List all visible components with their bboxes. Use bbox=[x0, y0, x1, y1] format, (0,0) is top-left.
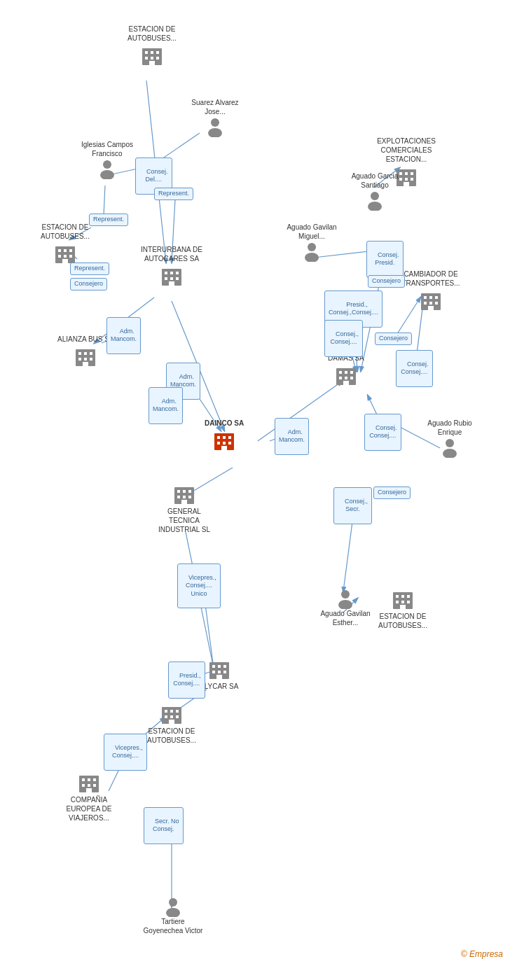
svg-rect-40 bbox=[156, 57, 159, 59]
person-icon bbox=[335, 588, 356, 609]
node-label: EXPLOTACIONES COMERCIALES ESTACION... bbox=[375, 136, 438, 164]
svg-point-117 bbox=[338, 600, 352, 609]
person-icon bbox=[364, 190, 385, 211]
node-label: ESTACION DE AUTOBUSES... bbox=[120, 24, 184, 43]
node-label: GENERAL TECNICA INDUSTRIAL SL bbox=[153, 507, 216, 534]
svg-rect-103 bbox=[223, 442, 226, 444]
relation-represent3[interactable]: Represent. bbox=[70, 262, 109, 275]
svg-point-106 bbox=[446, 439, 454, 447]
relation-consejero2[interactable]: Consejero bbox=[368, 275, 405, 288]
relation-adm-mancom1[interactable]: Adm. Mancom. bbox=[106, 317, 141, 354]
svg-rect-128 bbox=[218, 665, 221, 668]
relation-consejero1[interactable]: Consejero bbox=[70, 278, 107, 290]
relation-consejero4[interactable]: Consejero bbox=[373, 486, 411, 499]
node-compania-europea[interactable]: COMPAÑIA EUROPEA DE VIAJEROS... bbox=[57, 770, 120, 822]
building-icon bbox=[333, 363, 359, 388]
relation-consejero3[interactable]: Consejero bbox=[375, 332, 412, 345]
building-icon bbox=[207, 657, 232, 682]
svg-rect-69 bbox=[170, 277, 173, 280]
node-tartiere[interactable]: Tartiere Goyenechea Victor bbox=[142, 896, 205, 935]
relation-presid-consej2[interactable]: Presid., Consej.... bbox=[168, 662, 205, 699]
svg-rect-65 bbox=[165, 272, 167, 274]
svg-rect-88 bbox=[90, 358, 92, 360]
svg-rect-89 bbox=[83, 362, 88, 366]
svg-rect-60 bbox=[58, 255, 61, 258]
node-dainco-sa[interactable]: DAINCO SA bbox=[205, 419, 244, 453]
svg-rect-119 bbox=[396, 595, 399, 598]
relation-consej-consej[interactable]: Consej., Consej.... bbox=[324, 320, 363, 357]
node-interurbana[interactable]: INTERURBANA DE AUTOCARES SA bbox=[140, 245, 203, 288]
node-elycar-sa[interactable]: ELYCAR SA bbox=[200, 657, 238, 691]
node-suarez-alvarez[interactable]: Suarez Alvarez Jose... bbox=[184, 98, 247, 137]
relation-consej-secr[interactable]: Consej., Secr. bbox=[333, 487, 372, 524]
svg-rect-52 bbox=[411, 178, 413, 181]
relation-consej-consej2[interactable]: Consej. Consej.... bbox=[396, 350, 433, 387]
svg-point-73 bbox=[305, 253, 319, 262]
node-label: COMPAÑIA EUROPEA DE VIAJEROS... bbox=[57, 795, 120, 822]
node-estacion-autobuses2[interactable]: ESTACION DE AUTOBUSES... bbox=[34, 223, 97, 266]
node-label: ELYCAR SA bbox=[200, 682, 238, 691]
node-estacion-autobuses-top[interactable]: ESTACION DE AUTOBUSES... bbox=[120, 24, 184, 68]
node-aguado-gavilan-esther[interactable]: Aguado Gavilan Esther... bbox=[314, 588, 377, 627]
person-icon bbox=[97, 158, 118, 179]
svg-rect-100 bbox=[223, 436, 226, 439]
svg-rect-147 bbox=[88, 784, 90, 787]
relation-vicepres-consej2[interactable]: Vicepres., Consej.... bbox=[104, 734, 147, 771]
node-label: Aguado Gavilan Miguel... bbox=[280, 223, 343, 241]
watermark: © Empresa bbox=[461, 949, 503, 959]
node-iglesias-campos[interactable]: Iglesias Campos Francisco bbox=[76, 140, 139, 179]
node-aguado-rubio[interactable]: Aguado Rubio Enrique bbox=[418, 419, 481, 458]
svg-point-116 bbox=[341, 590, 350, 598]
svg-point-45 bbox=[100, 170, 114, 179]
node-aguado-gavilan-miguel[interactable]: Aguado Gavilan Miguel... bbox=[280, 223, 343, 262]
svg-rect-67 bbox=[176, 272, 179, 274]
svg-rect-120 bbox=[401, 595, 404, 598]
svg-rect-91 bbox=[339, 371, 342, 374]
node-label: ESTACION DE AUTOBUSES... bbox=[140, 727, 203, 745]
svg-rect-66 bbox=[170, 272, 173, 274]
relation-represent1[interactable]: Represent. bbox=[154, 188, 193, 200]
svg-rect-149 bbox=[86, 788, 92, 792]
building-icon bbox=[159, 263, 184, 288]
svg-rect-41 bbox=[149, 61, 155, 65]
building-icon bbox=[159, 701, 184, 727]
svg-point-150 bbox=[169, 898, 177, 906]
svg-rect-39 bbox=[151, 57, 153, 59]
svg-rect-97 bbox=[343, 381, 349, 385]
svg-rect-94 bbox=[339, 377, 342, 379]
building-icon bbox=[76, 770, 102, 795]
node-aguado-garcia[interactable]: Aguado Garcia Santiago bbox=[343, 172, 406, 211]
building-icon bbox=[418, 288, 443, 313]
svg-rect-140 bbox=[176, 715, 179, 718]
svg-rect-113 bbox=[183, 496, 186, 498]
svg-point-107 bbox=[443, 449, 457, 458]
node-general-tecnica[interactable]: GENERAL TECNICA INDUSTRIAL SL bbox=[153, 482, 216, 534]
relation-secr-no-consej[interactable]: Secr. No Consej. bbox=[144, 807, 184, 844]
svg-rect-139 bbox=[170, 715, 173, 718]
node-alianza-bus[interactable]: ALIANZA BUS SL bbox=[57, 335, 113, 369]
svg-rect-148 bbox=[93, 784, 96, 787]
building-icon bbox=[73, 344, 98, 369]
node-label: ALIANZA BUS SL bbox=[57, 335, 113, 344]
relation-adm-mancom4[interactable]: Adm. Mancom. bbox=[275, 418, 309, 455]
relation-vicepres-consej[interactable]: Vicepres., Consej.... Unico bbox=[177, 564, 221, 608]
relation-adm-mancom3[interactable]: Adm. Mancom. bbox=[149, 387, 183, 424]
building-icon bbox=[172, 482, 197, 507]
svg-rect-110 bbox=[183, 490, 186, 493]
svg-point-55 bbox=[368, 202, 382, 211]
node-estacion-autobuses4[interactable]: ESTACION DE AUTOBUSES... bbox=[140, 701, 203, 745]
node-cambiador-transportes[interactable]: CAMBIADOR DE TRANSPORTES... bbox=[399, 270, 462, 313]
node-label: CAMBIADOR DE TRANSPORTES... bbox=[399, 270, 462, 288]
node-damas-sa[interactable]: DAMAS SA bbox=[328, 354, 364, 388]
svg-rect-112 bbox=[177, 496, 180, 498]
node-estacion-autobuses3[interactable]: ESTACION DE AUTOBUSES... bbox=[371, 587, 434, 630]
svg-rect-78 bbox=[424, 302, 427, 304]
relation-represent2[interactable]: Represent. bbox=[89, 214, 128, 226]
relation-consej-presid[interactable]: Consej. Presid. bbox=[366, 241, 404, 278]
relation-consej-consej3[interactable]: Consej. Consej.... bbox=[364, 414, 401, 451]
svg-rect-70 bbox=[176, 277, 179, 280]
person-icon bbox=[205, 116, 226, 137]
svg-rect-59 bbox=[69, 249, 72, 252]
svg-rect-35 bbox=[145, 51, 148, 54]
svg-rect-62 bbox=[69, 255, 72, 258]
